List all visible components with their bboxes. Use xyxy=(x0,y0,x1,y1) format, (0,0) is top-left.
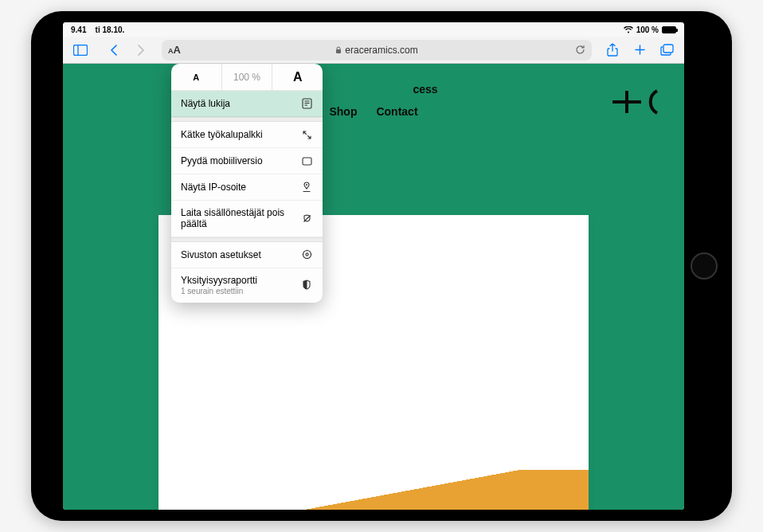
svg-rect-0 xyxy=(74,45,88,55)
svg-point-16 xyxy=(303,251,311,259)
location-pin-icon xyxy=(300,181,313,194)
request-mobile-item[interactable]: Pyydä mobiiliversio xyxy=(171,148,323,174)
status-bar: 9.41 ti 18.10. 100 % xyxy=(63,22,684,37)
expand-icon xyxy=(300,128,313,141)
content-area: cess Shop Contact xyxy=(63,64,684,510)
hide-toolbar-item[interactable]: Kätke työkalupalkki xyxy=(171,122,323,148)
page-settings-aa-button[interactable]: AA xyxy=(168,44,181,56)
zoom-out-button[interactable]: A xyxy=(171,64,221,90)
menu-label: Sivuston asetukset xyxy=(181,249,300,260)
menu-label: Kätke työkalupalkki xyxy=(181,129,300,140)
show-ip-item[interactable]: Näytä IP-osoite xyxy=(171,174,323,201)
status-right: 100 % xyxy=(624,25,676,34)
tabs-button[interactable] xyxy=(655,39,678,61)
reader-icon xyxy=(300,97,313,110)
battery-percentage: 100 % xyxy=(636,25,659,34)
svg-point-13 xyxy=(306,184,307,186)
zoom-row: A 100 % A xyxy=(171,64,323,91)
nav-contact[interactable]: Contact xyxy=(376,105,417,118)
web-page[interactable]: cess Shop Contact xyxy=(63,64,684,510)
sidebar-button[interactable] xyxy=(69,39,92,61)
privacy-report-item[interactable]: Yksityisyysraportti 1 seurain estettiin xyxy=(171,268,323,303)
wifi-icon xyxy=(624,26,633,33)
svg-point-17 xyxy=(305,253,307,256)
nav-shop[interactable]: Shop xyxy=(329,105,357,118)
menu-label: Laita sisällönestäjät pois päältä xyxy=(181,207,300,230)
disable-blockers-item[interactable]: Laita sisällönestäjät pois päältä xyxy=(171,201,323,237)
forward-button xyxy=(130,39,152,61)
lock-icon xyxy=(335,46,342,54)
site-nav: cess Shop Contact xyxy=(63,83,684,96)
back-button[interactable] xyxy=(103,39,125,61)
orange-shape xyxy=(158,470,589,510)
url-text: eraceramics.com xyxy=(345,45,417,56)
shield-icon xyxy=(300,279,313,291)
url-display: eraceramics.com xyxy=(335,45,417,56)
blocker-off-icon xyxy=(300,212,313,225)
status-left: 9.41 ti 18.10. xyxy=(71,25,124,34)
device-icon xyxy=(300,155,313,167)
share-button[interactable] xyxy=(601,39,624,61)
site-settings-item[interactable]: Sivuston asetukset xyxy=(171,242,323,268)
site-logo[interactable] xyxy=(612,86,662,118)
status-date: ti 18.10. xyxy=(96,25,125,34)
privacy-sublabel: 1 seurain estettiin xyxy=(181,287,300,296)
status-time: 9.41 xyxy=(71,25,86,34)
nav-process-partial[interactable]: cess xyxy=(413,83,437,96)
menu-label: Yksityisyysraportti 1 seurain estettiin xyxy=(181,275,300,296)
svg-rect-12 xyxy=(303,158,311,165)
menu-label: Pyydä mobiiliversio xyxy=(181,155,300,166)
page-settings-menu: A 100 % A Näytä lukija Kätke työkalupalk… xyxy=(171,64,323,303)
battery-icon xyxy=(662,26,676,33)
menu-label: Näytä lukija xyxy=(181,98,300,109)
zoom-in-button[interactable]: A xyxy=(272,64,323,90)
url-bar[interactable]: AA eraceramics.com xyxy=(162,40,592,61)
menu-label: Näytä IP-osoite xyxy=(181,182,300,193)
gear-icon xyxy=(300,248,313,261)
screen: 9.41 ti 18.10. 100 % xyxy=(63,22,684,510)
svg-rect-5 xyxy=(663,45,673,53)
new-tab-button[interactable] xyxy=(628,39,651,61)
refresh-button[interactable] xyxy=(575,45,585,55)
show-reader-item[interactable]: Näytä lukija xyxy=(171,91,323,117)
ipad-frame: 9.41 ti 18.10. 100 % xyxy=(31,11,732,521)
svg-rect-2 xyxy=(336,49,341,53)
zoom-value: 100 % xyxy=(221,64,273,90)
home-button[interactable] xyxy=(691,252,718,280)
browser-toolbar: AA eraceramics.com xyxy=(63,37,684,64)
